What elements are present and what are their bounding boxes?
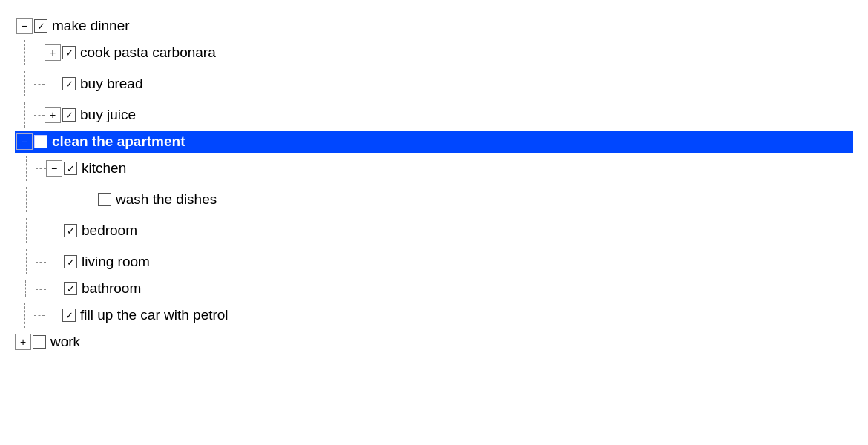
task-tree: − ✓ make dinner + ✓ co [0, 7, 868, 360]
expander-kitchen[interactable]: − [46, 160, 62, 177]
children-kitchen: wash the dishes [15, 184, 853, 215]
checkbox-wash-dishes[interactable] [98, 193, 111, 206]
checkbox-fill-petrol[interactable]: ✓ [62, 309, 76, 322]
tree-row-wash-dishes[interactable]: wash the dishes [15, 184, 853, 215]
label-work: work [50, 334, 80, 350]
checkbox-kitchen[interactable]: ✓ [64, 162, 77, 175]
expander-clean-apartment[interactable]: − [16, 134, 33, 150]
label-bathroom: bathroom [82, 280, 141, 297]
label-bedroom: bedroom [82, 222, 137, 239]
label-living-room: living room [82, 254, 150, 270]
label-wash-dishes: wash the dishes [116, 191, 217, 208]
label-buy-bread: buy bread [80, 76, 143, 92]
checkbox-clean-apartment[interactable]: ✓ [34, 135, 47, 148]
checkbox-bathroom[interactable]: ✓ [64, 282, 77, 295]
tree-item-kitchen: − ✓ kitchen [15, 153, 853, 215]
tree-row-cook-pasta[interactable]: + ✓ cook pasta carbonara [15, 37, 853, 68]
tree-row-bathroom[interactable]: ✓ bathroom [15, 277, 853, 300]
tree-row-work[interactable]: + work [15, 331, 853, 353]
tree-row-make-dinner[interactable]: − ✓ make dinner [15, 15, 853, 37]
label-cook-pasta: cook pasta carbonara [80, 44, 216, 61]
label-clean-apartment: clean the apartment [52, 134, 185, 150]
tree-row-kitchen[interactable]: − ✓ kitchen [15, 153, 853, 184]
checkbox-bedroom[interactable]: ✓ [64, 224, 77, 237]
tree-item-make-dinner: − ✓ make dinner + ✓ co [15, 15, 853, 131]
expander-buy-juice[interactable]: + [45, 107, 61, 123]
tree-item-clean-apartment: − ✓ clean the apartment − [15, 131, 853, 300]
expander-make-dinner[interactable]: − [16, 18, 33, 34]
expander-work[interactable]: + [15, 334, 31, 350]
placeholder-buy-bread [45, 76, 61, 92]
tree-row-fill-petrol[interactable]: ✓ fill up the car with petrol [15, 300, 853, 331]
label-buy-juice: buy juice [80, 107, 136, 123]
label-make-dinner: make dinner [52, 18, 130, 34]
checkbox-buy-bread[interactable]: ✓ [62, 77, 76, 90]
children-clean-apartment: − ✓ kitchen [15, 153, 853, 300]
tree-row-bedroom[interactable]: ✓ bedroom [15, 215, 853, 246]
label-kitchen: kitchen [82, 160, 126, 177]
tree-row-buy-juice[interactable]: + ✓ buy juice [15, 99, 853, 131]
placeholder-bathroom [46, 280, 62, 297]
label-fill-petrol: fill up the car with petrol [80, 307, 228, 323]
checkbox-buy-juice[interactable]: ✓ [62, 108, 76, 122]
tree-row-buy-bread[interactable]: ✓ buy bread [15, 68, 853, 99]
checkbox-living-room[interactable]: ✓ [64, 255, 77, 268]
placeholder-bedroom [46, 222, 62, 239]
placeholder-wash-dishes [80, 191, 96, 208]
checkbox-work[interactable] [33, 335, 46, 349]
expander-cook-pasta[interactable]: + [45, 44, 61, 61]
checkbox-cook-pasta[interactable]: ✓ [62, 46, 76, 59]
children-make-dinner: + ✓ cook pasta carbonara ✓ buy br [15, 37, 853, 131]
tree-row-clean-apartment[interactable]: − ✓ clean the apartment [15, 131, 853, 153]
placeholder-fill-petrol [45, 307, 61, 323]
checkbox-make-dinner[interactable]: ✓ [34, 19, 47, 33]
placeholder-living-room [46, 254, 62, 270]
tree-row-living-room[interactable]: ✓ living room [15, 246, 853, 277]
